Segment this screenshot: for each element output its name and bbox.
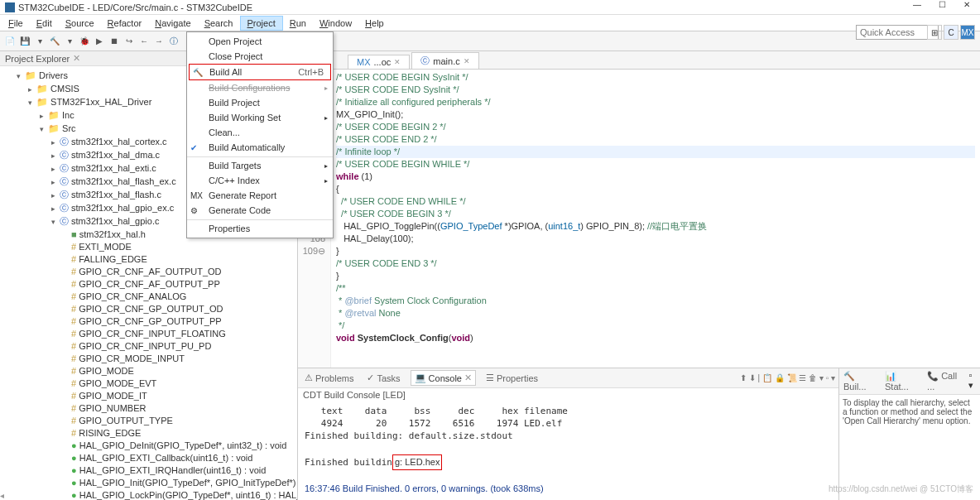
console-tab-tasks[interactable]: ✓Tasks [363,371,403,385]
console-tab-console[interactable]: 💻Console ✕ [411,370,476,386]
code-content[interactable]: /* USER CODE BEGIN SysInit *//* USER COD… [331,70,980,368]
menu-file[interactable]: File [2,17,30,30]
menu-item-open-project[interactable]: Open Project [187,34,333,49]
tree-item[interactable]: ● HAL_GPIO_EXTI_IRQHandler(uint16_t) : v… [3,464,294,477]
editor-area: MX ...oc ✕ⓒ main.c ✕ 9596979899100101102… [298,51,980,500]
right-panel-tabs: 🔨 Buil...📊 Stat...📞 Call ...▫ ▾ [839,368,980,395]
menu-edit[interactable]: Edit [30,17,59,30]
c-perspective-icon[interactable]: C [944,25,958,40]
right-tab-controls[interactable]: ▫ ▾ [968,370,978,392]
tree-item[interactable]: # GPIO_NUMBER [3,402,294,415]
perspective-buttons: ⊞ C MX [927,25,975,40]
debug-icon[interactable]: 🐞 [78,35,91,48]
right-tab[interactable]: 🔨 Buil... [841,370,879,392]
menu-source[interactable]: Source [59,17,101,30]
minimize-button[interactable]: — [906,0,929,12]
menu-search[interactable]: Search [198,17,240,30]
tree-item[interactable]: # RISING_EDGE [3,427,294,440]
menu-navigate[interactable]: Navigate [148,17,197,30]
console-pane: ⚠Problems✓Tasks💻Console ✕☰Properties⬆ ⬇ … [298,368,839,500]
menu-item-build-all[interactable]: 🔨Build AllCtrl+B [189,64,331,80]
menu-refactor[interactable]: Refactor [101,17,149,30]
window-title: STM32CubeIDE - LED/Core/Src/main.c - STM… [18,2,252,12]
menu-item-build-project[interactable]: Build Project [187,95,333,110]
editor-tab[interactable]: MX ...oc ✕ [348,55,410,69]
console-tabs: ⚠Problems✓Tasks💻Console ✕☰Properties⬆ ⬇ … [298,368,838,388]
console-tab-problems[interactable]: ⚠Problems [301,371,357,385]
bottom-panel: ⚠Problems✓Tasks💻Console ✕☰Properties⬆ ⬇ … [298,368,980,500]
tree-item[interactable]: ● HAL_GPIO_LockPin(GPIO_TypeDef*, uint16… [3,489,294,500]
tree-item[interactable]: # GPIO_MODE_IT [3,390,294,402]
right-tab[interactable]: 📊 Stat... [882,370,921,392]
menu-item-close-project[interactable]: Close Project [187,49,333,64]
new-icon[interactable]: 📄 [3,35,17,48]
console-toolbar: ⬆ ⬇ | 📋 🔒 📜 ☰ 🗑 ▾ ▫ ▾ [740,373,835,382]
tree-item[interactable]: # GPIO_MODE [3,365,294,377]
save-all-icon[interactable]: ▾ [33,35,46,48]
menu-run[interactable]: Run [283,17,313,30]
menu-item-properties[interactable]: Properties [187,219,333,236]
right-tab[interactable]: 📞 Call ... [925,370,965,392]
build-icon[interactable]: 🔨 [48,35,61,48]
quick-access-input[interactable] [856,25,939,40]
hammer-dropdown-icon[interactable]: ▾ [63,35,76,48]
console-title: CDT Build Console [LED] [298,388,838,401]
tree-item[interactable]: # GPIO_CR_CNF_INPUT_PU_PD [3,340,294,353]
watermark: https://blog.csdn.net/wei @ 51CTO博客 [829,483,973,495]
close-button[interactable]: ✕ [955,0,978,12]
title-bar: STM32CubeIDE - LED/Core/Src/main.c - STM… [0,0,980,15]
tree-item[interactable]: # EXTI_MODE [3,241,294,253]
right-side-panes: 🔨 Buil...📊 Stat...📞 Call ...▫ ▾ To displ… [839,368,980,500]
code-editor[interactable]: 9596979899100101102103104105⊕10610710810… [298,70,980,368]
tree-item[interactable]: # GPIO_MODE_EVT [3,377,294,390]
menu-item-c-c-index[interactable]: C/C++ Index▸ [187,173,333,188]
menu-item-clean-[interactable]: Clean... [187,125,333,140]
menu-item-build-configurations[interactable]: Build Configurations▸ [187,80,333,95]
editor-tab[interactable]: ⓒ main.c ✕ [411,52,478,69]
run-icon[interactable]: ▶ [93,35,106,48]
tree-item[interactable]: # GPIO_OUTPUT_TYPE [3,415,294,427]
menu-project[interactable]: Project [240,16,283,31]
tree-item[interactable]: # GPIO_CR_CNF_INPUT_FLOATING [3,328,294,340]
tree-item[interactable]: # GPIO_CR_CNF_AF_OUTPUT_PP [3,278,294,291]
mx-perspective-icon[interactable]: MX [960,25,975,40]
project-menu-dropdown: Open ProjectClose Project🔨Build AllCtrl+… [186,31,334,238]
menu-window[interactable]: Window [313,17,358,30]
menu-item-build-working-set[interactable]: Build Working Set▸ [187,110,333,125]
menu-item-build-automatically[interactable]: ✔Build Automatically [187,140,333,155]
scroll-left-icon[interactable]: ◂ [0,491,4,500]
console-output[interactable]: text data bss dec hex filename 4924 20 1… [298,401,838,500]
menu-help[interactable]: Help [358,17,391,30]
info-icon[interactable]: ⓘ [167,35,180,48]
panel-close-icon[interactable]: ✕ [73,53,80,64]
app-icon [5,2,15,12]
tree-item[interactable]: # GPIO_CR_MODE_INPUT [3,353,294,365]
tree-item[interactable]: # GPIO_CR_CNF_ANALOG [3,291,294,303]
menu-bar: FileEditSourceRefactorNavigateSearchProj… [0,15,980,31]
tree-item[interactable]: # GPIO_CR_CNF_GP_OUTPUT_OD [3,303,294,315]
step-icon[interactable]: ↪ [122,35,136,48]
nav-fwd-icon[interactable]: → [152,35,166,48]
tree-item[interactable]: ● HAL_GPIO_EXTI_Callback(uint16_t) : voi… [3,452,294,464]
save-icon[interactable]: 💾 [18,35,31,48]
menu-item-generate-report[interactable]: MXGenerate Report [187,188,333,203]
tree-item[interactable]: # GPIO_CR_CNF_AF_OUTPUT_OD [3,266,294,278]
tree-item[interactable]: ● HAL_GPIO_DeInit(GPIO_TypeDef*, uint32_… [3,440,294,452]
menu-item-generate-code[interactable]: ⚙Generate Code [187,203,333,218]
tree-item[interactable]: # FALLING_EDGE [3,253,294,266]
window-controls: — ☐ ✕ [906,0,978,12]
menu-item-build-targets[interactable]: Build Targets▸ [187,156,333,173]
stop-icon[interactable]: ⏹ [108,35,121,48]
maximize-button[interactable]: ☐ [930,0,954,12]
tree-item[interactable]: # GPIO_CR_CNF_GP_OUTPUT_PP [3,315,294,328]
tree-item[interactable]: ● HAL_GPIO_Init(GPIO_TypeDef*, GPIO_Init… [3,477,294,489]
editor-tabs: MX ...oc ✕ⓒ main.c ✕ [298,51,980,70]
toolbar: 📄 💾 ▾ 🔨 ▾ 🐞 ▶ ⏹ ↪ ← → ⓘ [0,31,980,51]
console-tab-properties[interactable]: ☰Properties [483,371,541,385]
open-perspective-icon[interactable]: ⊞ [927,25,942,40]
nav-back-icon[interactable]: ← [137,35,151,48]
panel-title: Project Explorer [5,54,70,64]
